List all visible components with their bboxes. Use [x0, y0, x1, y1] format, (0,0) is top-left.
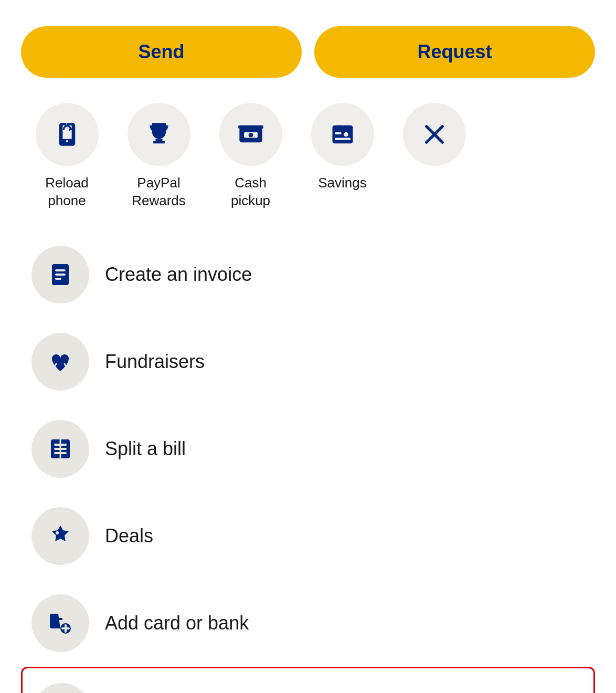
fundraisers-icon [48, 349, 73, 374]
svg-point-2 [248, 133, 253, 138]
reload-phone-item[interactable]: Reloadphone [21, 103, 113, 210]
paypal-rewards-item[interactable]: PayPalRewards [113, 103, 205, 210]
savings-label: Savings [318, 174, 367, 192]
svg-point-20 [56, 531, 59, 534]
svg-point-6 [344, 132, 348, 137]
invoice-icon [48, 262, 73, 287]
deals-icon [48, 523, 73, 549]
reload-phone-label: Reloadphone [45, 174, 88, 210]
deals-label: Deals [105, 525, 153, 547]
svg-rect-12 [55, 269, 66, 271]
split-bill-icon-circle [31, 420, 89, 478]
icon-grid: Reloadphone PayPalRewards Cashpickup [21, 103, 595, 210]
paypal-rewards-label: PayPalRewards [132, 174, 186, 210]
list-section: Create an invoice Fundraisers Split a bi… [21, 231, 595, 693]
savings-icon-circle [311, 103, 374, 166]
svg-rect-14 [55, 278, 61, 280]
paypal-rewards-icon-circle [128, 103, 190, 166]
fundraisers-icon-circle [31, 333, 89, 391]
add-card-label: Add card or bank [105, 612, 249, 634]
cash-pickup-label: Cashpickup [231, 174, 270, 210]
svg-rect-21 [50, 618, 62, 620]
fundraisers-label: Fundraisers [105, 351, 205, 373]
invoice-icon-circle [31, 246, 89, 303]
close-icon [421, 121, 448, 148]
reload-phone-icon-circle [36, 103, 99, 166]
svg-rect-3 [238, 125, 263, 129]
reload-phone-icon [54, 121, 81, 148]
add-card-icon [48, 611, 73, 636]
send-button[interactable]: Send [21, 26, 302, 78]
svg-rect-8 [334, 132, 341, 134]
split-bill-label: Split a bill [105, 438, 186, 460]
savings-icon [329, 121, 356, 148]
cash-pickup-icon-circle [219, 103, 282, 166]
svg-rect-7 [334, 138, 350, 140]
close-item[interactable] [388, 103, 480, 174]
create-invoice-label: Create an invoice [105, 264, 252, 286]
create-invoice-item[interactable]: Create an invoice [21, 231, 595, 318]
deals-icon-circle [31, 507, 89, 565]
trophy-icon [145, 121, 173, 148]
svg-rect-13 [55, 274, 66, 276]
fundraisers-item[interactable]: Fundraisers [21, 318, 595, 405]
cash-pickup-icon [237, 121, 264, 148]
deals-item[interactable]: Deals [21, 492, 595, 580]
savings-item[interactable]: Savings [296, 103, 388, 192]
request-button[interactable]: Request [314, 26, 595, 78]
split-bill-icon [48, 436, 73, 461]
crypto-item[interactable]: Crypto [21, 667, 595, 693]
add-card-icon-circle [31, 594, 89, 652]
crypto-icon-circle [33, 683, 91, 693]
top-buttons: Send Request [21, 26, 595, 78]
cash-pickup-item[interactable]: Cashpickup [205, 103, 296, 210]
add-card-or-bank-item[interactable]: Add card or bank [21, 580, 595, 667]
split-bill-item[interactable]: Split a bill [21, 405, 595, 492]
svg-rect-5 [336, 125, 343, 130]
close-icon-circle [403, 103, 466, 166]
